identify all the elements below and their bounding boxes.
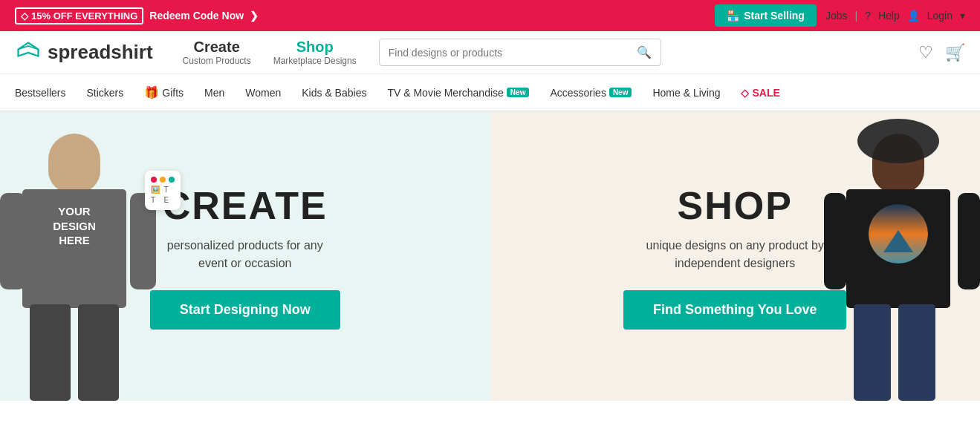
nav-create-label: Create xyxy=(194,39,240,56)
header: spreadshirt Create Custom Products Shop … xyxy=(0,31,980,74)
banner-left: ◇ 15% OFF EVERYTHING Redeem Code Now ❯ xyxy=(15,7,259,24)
store-icon: 🏪 xyxy=(727,10,739,22)
accessories-badge: New xyxy=(609,88,632,97)
top-banner: ◇ 15% OFF EVERYTHING Redeem Code Now ❯ 🏪… xyxy=(0,0,980,31)
nav-tv-movie[interactable]: TV & Movie Merchandise New xyxy=(387,87,529,99)
hero-left: YOURDESIGNHERE 🖼️ T T E xyxy=(0,111,490,401)
find-something-button[interactable]: Find Something You Love xyxy=(623,290,846,330)
start-designing-button[interactable]: Start Designing Now xyxy=(150,290,340,330)
nav-kids[interactable]: Kids & Babies xyxy=(302,87,366,99)
shirt-design xyxy=(869,204,928,263)
accessories-label: Accessories xyxy=(550,87,606,99)
nav-shop-label: Shop xyxy=(296,39,334,56)
nav-stickers[interactable]: Stickers xyxy=(86,87,123,99)
shirt-text: YOURDESIGNHERE xyxy=(30,204,119,248)
nav-women[interactable]: Women xyxy=(245,87,281,99)
hero-right: SHOP unique designs on any product by in… xyxy=(490,111,981,401)
left-leg xyxy=(30,304,71,401)
tv-movie-label: TV & Movie Merchandise xyxy=(387,87,503,99)
text-tool-2: T xyxy=(151,196,162,204)
help-icon: ? xyxy=(865,10,871,22)
discount-text: 15% OFF EVERYTHING xyxy=(31,10,137,22)
design-tool-icon: 🖼️ T T E xyxy=(145,171,181,210)
right-leg xyxy=(78,304,119,401)
woman-shirt xyxy=(846,189,950,308)
nav-gifts[interactable]: 🎁 Gifts xyxy=(144,85,184,99)
header-icons: ♡ 🛒 xyxy=(918,43,965,62)
dot-yellow xyxy=(160,177,166,183)
gift-icon: 🎁 xyxy=(144,85,159,99)
start-selling-button[interactable]: 🏪 Start Selling xyxy=(715,4,817,27)
dot-green xyxy=(169,177,175,183)
banner-right: 🏪 Start Selling Jobs | ? Help 👤 Login ▾ xyxy=(715,4,965,27)
nav-bar: Bestsellers Stickers 🎁 Gifts Men Women K… xyxy=(0,74,980,111)
svg-marker-0 xyxy=(19,42,39,56)
top-nav-links: Jobs | ? Help 👤 Login ▾ xyxy=(825,10,965,22)
mountain-shape xyxy=(883,230,913,252)
man-body: YOURDESIGNHERE xyxy=(7,126,149,401)
user-icon: 👤 xyxy=(907,10,920,22)
woman-head xyxy=(872,134,924,193)
sale-label: SALE xyxy=(752,87,779,99)
hero-right-subtitle: unique designs on any product by indepen… xyxy=(623,237,846,272)
text-tool-icon: T xyxy=(164,186,175,194)
hero-right-title: SHOP xyxy=(623,183,846,228)
dot-red xyxy=(151,177,157,183)
nav-men[interactable]: Men xyxy=(204,87,224,99)
jobs-link[interactable]: Jobs xyxy=(825,10,848,22)
logo-text: spreadshirt xyxy=(48,41,153,64)
logo-icon xyxy=(15,39,42,66)
sale-tag-icon: ◇ xyxy=(741,87,749,99)
gifts-label: Gifts xyxy=(162,87,184,99)
redeem-link[interactable]: Redeem Code Now xyxy=(149,10,244,22)
arrow-icon: ❯ xyxy=(250,10,259,22)
hair xyxy=(857,119,939,163)
left-arm xyxy=(0,193,26,289)
woman-body xyxy=(831,126,973,401)
cart-icon[interactable]: 🛒 xyxy=(945,43,965,62)
design-tools-grid: 🖼️ T T E xyxy=(151,186,175,204)
chevron-down-icon: ▾ xyxy=(960,10,965,22)
head xyxy=(48,134,100,193)
nav-bestsellers[interactable]: Bestsellers xyxy=(15,87,65,99)
hero-left-subtitle: personalized products for any event or o… xyxy=(150,237,340,272)
hero-section: YOURDESIGNHERE 🖼️ T T E xyxy=(0,111,980,401)
effects-icon: E xyxy=(164,196,175,204)
header-nav: Create Custom Products Shop Marketplace … xyxy=(183,39,357,66)
wishlist-icon[interactable]: ♡ xyxy=(918,43,933,62)
discount-badge: ◇ 15% OFF EVERYTHING xyxy=(15,7,143,24)
login-link[interactable]: Login xyxy=(927,10,953,22)
hero-right-content: SHOP unique designs on any product by in… xyxy=(623,183,846,330)
tag-icon: ◇ xyxy=(21,10,28,22)
search-input[interactable] xyxy=(389,47,631,59)
nav-shop[interactable]: Shop Marketplace Designs xyxy=(273,39,357,66)
nav-home-living[interactable]: Home & Living xyxy=(652,87,720,99)
nav-sale[interactable]: ◇ SALE xyxy=(741,87,779,99)
search-bar[interactable]: 🔍 xyxy=(379,39,661,66)
woman-left-leg xyxy=(854,304,891,401)
help-link[interactable]: Help xyxy=(878,10,900,22)
nav-shop-sub: Marketplace Designs xyxy=(273,56,357,66)
nav-create[interactable]: Create Custom Products xyxy=(183,39,251,66)
image-tool-icon: 🖼️ xyxy=(151,186,162,194)
man-figure: YOURDESIGNHERE xyxy=(0,111,163,401)
search-icon: 🔍 xyxy=(637,45,652,59)
tv-movie-badge: New xyxy=(507,88,530,97)
shirt: YOURDESIGNHERE xyxy=(22,189,126,308)
logo[interactable]: spreadshirt xyxy=(15,39,153,66)
separator: | xyxy=(855,10,858,22)
woman-right-leg xyxy=(898,304,935,401)
woman-right-arm xyxy=(958,193,980,289)
design-dots xyxy=(151,177,175,183)
nav-accessories[interactable]: Accessories New xyxy=(550,87,632,99)
start-selling-label: Start Selling xyxy=(744,10,805,22)
nav-create-sub: Custom Products xyxy=(183,56,251,66)
